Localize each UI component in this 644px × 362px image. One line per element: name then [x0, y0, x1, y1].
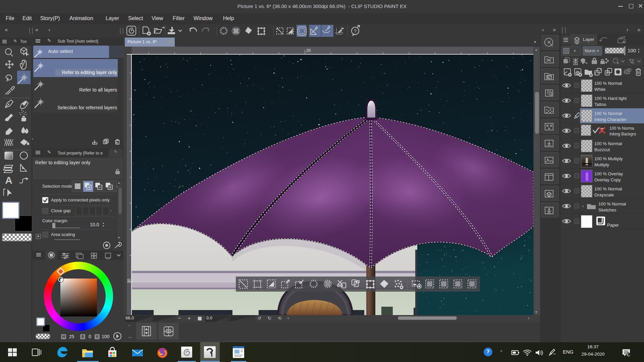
- svg-text:10: 10: [127, 279, 131, 283]
- svg-text:20: 20: [306, 48, 311, 53]
- svg-text:?: ?: [354, 28, 357, 34]
- svg-text:A: A: [5, 175, 12, 186]
